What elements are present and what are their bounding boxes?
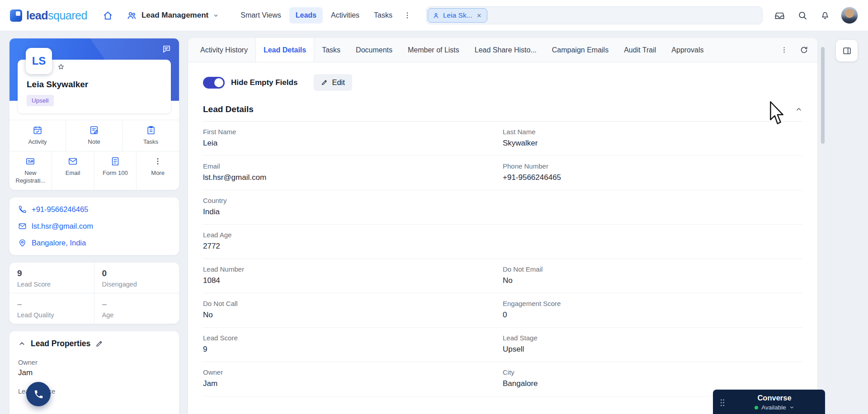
field-do-not-call: Do Not Call No: [203, 300, 503, 327]
stat-lead-score: 9 Lead Score: [9, 263, 94, 293]
activity-action-label: Activity: [28, 138, 47, 146]
tab-activity-history[interactable]: Activity History: [193, 38, 255, 62]
field-row: Email lst.hsr@gmail.com Phone Number +91…: [203, 156, 802, 190]
lead-phone-link[interactable]: +91-9566246465: [18, 205, 170, 214]
tab-documents[interactable]: Documents: [348, 38, 400, 62]
leadsquared-logo-icon: [10, 9, 22, 22]
lead-location-value: Bangalore, India: [32, 239, 86, 247]
note-icon: [89, 125, 99, 135]
lead-location-link[interactable]: Bangalore, India: [18, 239, 170, 247]
detail-tabbar: Activity History Lead Details Tasks Docu…: [188, 38, 817, 62]
collapse-chevron-up-icon[interactable]: [18, 340, 26, 348]
field-lead-number: Lead Number 1084: [203, 265, 503, 293]
chat-icon[interactable]: [162, 44, 171, 54]
section-collapse-chevron-icon[interactable]: [795, 106, 802, 113]
tab-lead-share-history[interactable]: Lead Share Histo...: [467, 38, 544, 62]
nav-overflow-kebab-icon[interactable]: [403, 11, 411, 19]
field-do-not-email: Do Not Email No: [503, 265, 802, 293]
stat-value: 0: [102, 268, 172, 278]
field-lead-age: Lead Age 2772: [203, 231, 503, 259]
star-icon[interactable]: [57, 63, 65, 71]
lead-initials-avatar: LS: [26, 48, 52, 74]
section-title: Lead Details: [203, 104, 254, 114]
form-100-action[interactable]: Form 100: [94, 151, 137, 190]
field-row: Lead Age 2772: [203, 225, 802, 259]
lead-email-value: lst.hsr@gmail.com: [32, 222, 93, 231]
refresh-icon[interactable]: [800, 46, 808, 54]
envelope-icon: [18, 222, 27, 231]
stat-value: –: [17, 299, 86, 309]
open-lead-tab[interactable]: Leia Sk... ×: [428, 8, 487, 23]
inbox-icon[interactable]: [774, 10, 785, 21]
drag-handle-icon[interactable]: [719, 398, 726, 414]
tab-campaign-emails[interactable]: Campaign Emails: [544, 38, 616, 62]
more-action[interactable]: More: [137, 151, 179, 190]
field-lead-stage: Lead Stage Upsell: [503, 334, 802, 362]
nav-tab-tasks[interactable]: Tasks: [368, 7, 399, 24]
open-lead-tabstrip: Leia Sk... ×: [426, 6, 763, 24]
search-icon[interactable]: [797, 10, 807, 20]
stat-label: Disengaged: [102, 281, 172, 288]
availability-dropdown[interactable]: Available: [730, 404, 819, 411]
email-action-label: Email: [66, 169, 80, 177]
lead-name-panel: LS Leia Skywalker Upsell: [18, 60, 171, 113]
calendar-activity-icon: [33, 125, 42, 135]
user-avatar[interactable]: [841, 7, 858, 24]
hide-empty-fields-toggle[interactable]: [203, 77, 225, 89]
note-action[interactable]: Note: [66, 120, 123, 151]
field-row: Owner Jam City Bangalore: [203, 362, 802, 396]
tab-member-of-lists[interactable]: Member of Lists: [400, 38, 467, 62]
field-engagement-score: Engagement Score 0: [503, 300, 802, 327]
stat-lead-quality: – Lead Quality: [9, 293, 94, 324]
chevron-down-icon: [213, 13, 219, 19]
tab-approvals[interactable]: Approvals: [664, 38, 711, 62]
field-row: Lead Score 9 Lead Stage Upsell: [203, 328, 802, 362]
nav-tab-leads[interactable]: Leads: [289, 7, 323, 24]
edit-pencil-icon[interactable]: [95, 340, 103, 348]
tasks-action[interactable]: Tasks: [123, 120, 179, 151]
nav-tab-activities[interactable]: Activities: [325, 7, 366, 24]
field-empty: [503, 231, 802, 259]
tab-tasks[interactable]: Tasks: [314, 38, 348, 62]
call-fab-button[interactable]: [26, 382, 51, 406]
lead-email-link[interactable]: lst.hsr@gmail.com: [18, 222, 170, 231]
field-row: First Name Leia Last Name Skywalker: [203, 122, 802, 156]
activity-action[interactable]: Activity: [9, 120, 66, 151]
available-status-dot: [755, 406, 758, 409]
field-first-name: First Name Leia: [203, 128, 503, 155]
field-row: Lead Number 1084 Do Not Email No: [203, 259, 802, 293]
field-owner: Owner Jam: [203, 368, 503, 396]
lead-stats-card: 9 Lead Score 0 Disengaged – Lead Quality…: [9, 262, 179, 324]
email-action[interactable]: Email: [52, 151, 94, 190]
stat-label: Lead Quality: [17, 311, 86, 319]
lead-stage-badge: Upsell: [27, 95, 54, 106]
brand-name: leadsquared: [26, 9, 87, 22]
lead-contact-card: +91-9566246465 lst.hsr@gmail.com Bangalo…: [9, 197, 179, 255]
people-icon: [127, 10, 137, 21]
phone-icon: [33, 389, 44, 400]
stat-value: 9: [17, 268, 86, 278]
edit-button[interactable]: Edit: [314, 74, 352, 91]
field-empty: [503, 197, 802, 224]
home-icon[interactable]: [103, 10, 113, 21]
leadsquared-logo[interactable]: leadsquared: [10, 9, 87, 22]
field-row: Country India: [203, 190, 802, 225]
scrollbar-thumb[interactable]: [821, 47, 825, 144]
lead-sidebar: LS Leia Skywalker Upsell Activity: [9, 38, 179, 414]
side-panel-toggle-button[interactable]: [836, 40, 858, 61]
close-icon[interactable]: ×: [476, 11, 482, 20]
edit-pencil-icon: [321, 79, 328, 86]
notifications-bell-icon[interactable]: [820, 10, 830, 20]
workspace-selector[interactable]: Lead Management: [127, 10, 219, 21]
quick-actions-row-2: New Registrati... Email Form 100: [9, 151, 179, 190]
tab-lead-details[interactable]: Lead Details: [255, 38, 314, 62]
stat-label: Age: [102, 311, 172, 319]
new-registration-action[interactable]: New Registrati...: [9, 151, 52, 190]
tab-overflow-kebab-icon[interactable]: [780, 46, 788, 54]
top-right-icons: [774, 10, 830, 21]
nav-tab-smart-views[interactable]: Smart Views: [234, 7, 288, 24]
converse-widget: Converse Available: [713, 390, 825, 414]
owner-label: Owner: [18, 359, 170, 366]
tab-audit-trail[interactable]: Audit Trail: [616, 38, 664, 62]
tasks-clipboard-icon: [146, 125, 156, 135]
